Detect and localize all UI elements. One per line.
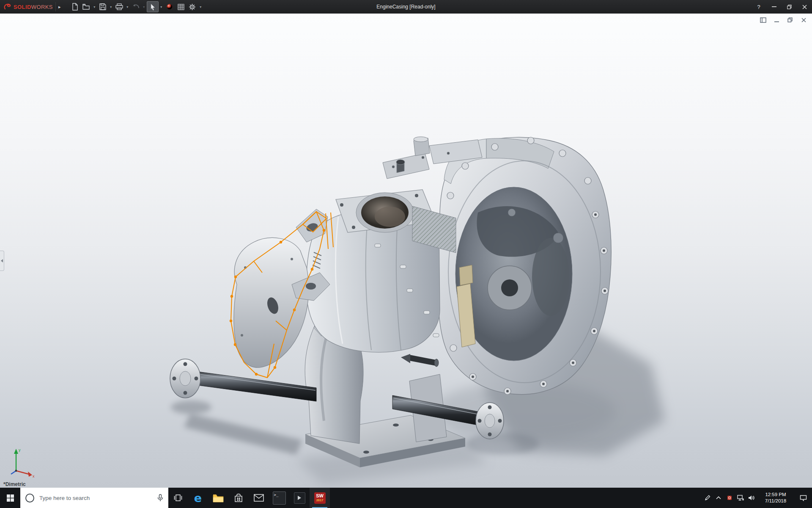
taskbar-clock[interactable]: 12:59 PM 7/11/2018 xyxy=(757,491,794,504)
doc-minimize-icon[interactable] xyxy=(773,17,780,23)
action-center-button[interactable] xyxy=(794,488,812,508)
cortana-icon xyxy=(25,494,34,502)
network-icon[interactable] xyxy=(735,488,746,508)
taskbar-app-media-player[interactable] xyxy=(289,488,310,508)
command-prompt-icon: >_ xyxy=(273,491,286,505)
feature-manager-collapse-tab[interactable] xyxy=(0,251,4,271)
microphone-icon[interactable] xyxy=(157,494,168,502)
dock-pane-icon[interactable] xyxy=(760,17,766,23)
doc-close-icon[interactable] xyxy=(800,17,807,23)
select-dropdown-caret[interactable]: ▾ xyxy=(159,2,164,12)
close-button[interactable] xyxy=(797,0,812,14)
view-orientation-label: *Dimetric xyxy=(3,481,26,487)
system-tray: 12:59 PM 7/11/2018 xyxy=(702,488,812,508)
solidworks-year-badge: 2017 xyxy=(316,499,324,502)
taskbar-app-file-explorer[interactable] xyxy=(208,488,228,508)
taskbar-app-store[interactable] xyxy=(228,488,249,508)
taskbar-search[interactable] xyxy=(20,488,168,508)
undo-button[interactable] xyxy=(130,2,141,12)
open-dropdown-caret[interactable]: ▾ xyxy=(92,2,97,12)
print-button[interactable] xyxy=(114,2,125,12)
engine-block xyxy=(306,190,456,367)
model-render[interactable] xyxy=(0,14,812,488)
crankcase-housing xyxy=(438,137,611,395)
appearances-button[interactable] xyxy=(164,2,175,12)
triad-y-label: y xyxy=(19,448,21,452)
solidworks-resource-monitor-icon[interactable] xyxy=(724,488,735,508)
taskbar-app-command-prompt[interactable]: >_ xyxy=(269,488,289,508)
restore-button[interactable] xyxy=(782,0,797,14)
solidworks-logo: SOLIDWORKS xyxy=(0,3,55,11)
undo-dropdown-caret[interactable]: ▾ xyxy=(142,2,146,12)
save-button[interactable] xyxy=(97,2,108,12)
quick-toolbar: ▾ ▾ ▾ ▾ ▾ xyxy=(69,1,203,12)
print-dropdown-caret[interactable]: ▾ xyxy=(125,2,130,12)
save-dropdown-caret[interactable]: ▾ xyxy=(109,2,113,12)
app-titlebar: SOLIDWORKS ▸ ▾ ▾ ▾ ▾ xyxy=(0,0,812,14)
store-icon xyxy=(234,493,243,502)
taskbar-app-mail[interactable] xyxy=(249,488,269,508)
reference-triad[interactable]: y x xyxy=(9,446,36,478)
taskbar: e >_ xyxy=(0,488,812,508)
graphics-viewport[interactable]: y x *Dimetric xyxy=(0,14,812,488)
solidworks-app-icon: SW 2017 xyxy=(314,492,326,504)
ds-logo-icon xyxy=(3,3,12,11)
document-window-controls xyxy=(760,17,807,23)
collapse-arrow-icon xyxy=(1,259,3,262)
brand-wordmark: SOLIDWORKS xyxy=(14,4,53,10)
taskbar-app-edge[interactable]: e xyxy=(188,488,208,508)
volume-icon[interactable] xyxy=(746,488,757,508)
select-tool-button[interactable] xyxy=(147,1,159,12)
minimize-button[interactable] xyxy=(766,0,782,14)
open-button[interactable] xyxy=(81,2,92,12)
task-view-button[interactable] xyxy=(168,488,188,508)
search-input[interactable] xyxy=(38,494,153,502)
document-title: EngineCasing [Read-only] xyxy=(376,4,435,10)
pen-icon[interactable] xyxy=(702,488,713,508)
triad-x-label: x xyxy=(33,474,35,478)
options-dropdown-caret[interactable]: ▾ xyxy=(198,2,203,12)
action-center-icon xyxy=(800,495,807,501)
doc-restore-icon[interactable] xyxy=(787,17,793,23)
task-view-icon xyxy=(174,494,182,502)
design-table-button[interactable] xyxy=(176,2,187,12)
clock-time: 12:59 PM xyxy=(757,491,794,498)
media-player-icon xyxy=(294,492,305,504)
menu-flyout-arrow[interactable]: ▸ xyxy=(55,2,63,11)
taskbar-app-solidworks[interactable]: SW 2017 xyxy=(310,488,330,508)
start-button[interactable] xyxy=(0,488,20,508)
file-explorer-icon xyxy=(213,494,224,502)
windows-logo-icon xyxy=(7,494,14,502)
help-button[interactable]: ? xyxy=(751,0,766,14)
mail-icon xyxy=(254,494,264,502)
new-document-button[interactable] xyxy=(69,2,80,12)
screen: SOLIDWORKS ▸ ▾ ▾ ▾ ▾ xyxy=(0,0,812,508)
handle-rod-left xyxy=(170,359,316,401)
edge-icon: e xyxy=(194,492,202,504)
clock-date: 7/11/2018 xyxy=(757,498,794,504)
hidden-icons-chevron[interactable] xyxy=(713,488,724,508)
options-gear-button[interactable] xyxy=(187,2,198,12)
window-controls: ? xyxy=(751,0,812,14)
